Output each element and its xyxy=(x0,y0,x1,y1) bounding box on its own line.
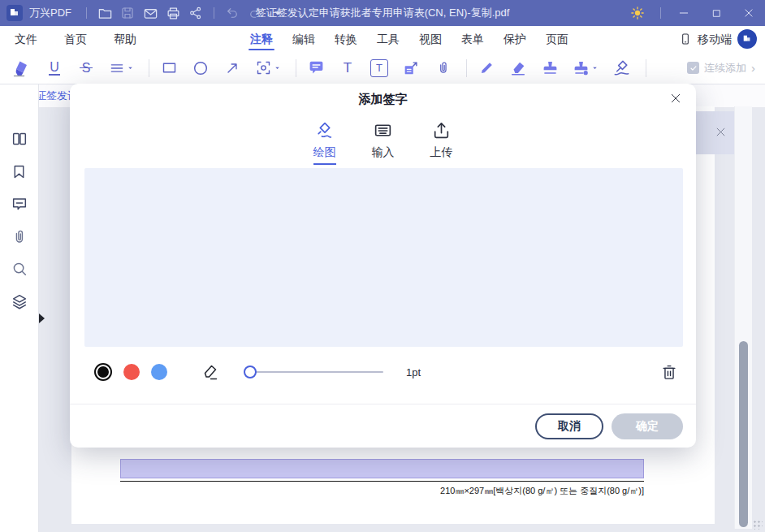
tab-protect[interactable]: 保护 xyxy=(504,26,526,52)
tab-upload-label: 上传 xyxy=(430,145,453,160)
toolbar-divider xyxy=(296,59,296,77)
titlebar-divider xyxy=(660,7,661,19)
resize-grip[interactable] xyxy=(753,520,763,530)
document-title: 签证签发认定申请获批者专用申请表(CN, EN)-复制.pdf xyxy=(256,0,510,26)
drawing-controls: 1pt xyxy=(96,358,679,386)
callout-tool-icon[interactable] xyxy=(400,56,422,80)
color-swatch-black[interactable] xyxy=(96,365,110,379)
continuous-add-label: 连续添加 xyxy=(704,61,746,76)
tab-comment[interactable]: 注释 xyxy=(250,26,273,52)
dialog-footer: 取消 确定 xyxy=(70,404,696,448)
tab-tools[interactable]: 工具 xyxy=(377,26,400,52)
tab-type[interactable]: 输入 xyxy=(372,119,395,160)
search-panel-icon[interactable] xyxy=(11,260,28,278)
app-logo-icon xyxy=(6,5,23,21)
pencil-tool-icon[interactable] xyxy=(475,56,498,80)
titlebar-divider xyxy=(86,7,87,19)
tab-view[interactable]: 视图 xyxy=(419,26,442,52)
underline-glyph: U xyxy=(49,60,60,76)
minimize-button[interactable] xyxy=(668,0,700,26)
account-avatar[interactable] xyxy=(737,29,757,49)
form-rule xyxy=(120,481,644,482)
custom-stamp-tool-icon[interactable] xyxy=(570,56,601,80)
textbox-glyph: T xyxy=(370,59,388,77)
line-style-tool-icon[interactable] xyxy=(106,56,136,80)
signature-tool-icon[interactable] xyxy=(610,56,633,80)
title-bar: 万兴PDF 签证签发认定申请获批者专用申请表(CN, EN)-复制.pdf xyxy=(0,0,765,26)
confirm-button[interactable]: 确定 xyxy=(612,413,683,439)
snapshot-tool-icon[interactable] xyxy=(253,56,283,80)
tab-page[interactable]: 页面 xyxy=(546,26,568,52)
bookmarks-panel-icon[interactable] xyxy=(11,162,28,180)
menu-home[interactable]: 首页 xyxy=(64,26,87,52)
add-signature-dialog: 添加签字 绘图 输入 上传 xyxy=(70,84,696,448)
tab-convert[interactable]: 转换 xyxy=(335,26,357,52)
attachments-panel-icon[interactable] xyxy=(11,227,28,245)
color-swatch-red[interactable] xyxy=(123,364,140,380)
toolbar-divider xyxy=(646,59,646,77)
banner-close-icon[interactable] xyxy=(711,123,729,141)
type-signature-icon xyxy=(373,119,394,141)
dialog-close-icon[interactable] xyxy=(667,89,685,107)
tab-type-label: 输入 xyxy=(372,145,395,160)
share-icon[interactable] xyxy=(184,3,207,23)
sticky-note-tool-icon[interactable] xyxy=(305,56,327,80)
tab-draw-label: 绘图 xyxy=(313,145,336,165)
maximize-button[interactable] xyxy=(700,0,733,26)
save-icon[interactable] xyxy=(116,3,139,23)
open-file-icon[interactable] xyxy=(93,3,116,23)
menu-bar: 文件 首页 帮助 注释 编辑 转换 工具 视图 表单 保护 页面 移动端 xyxy=(0,26,765,52)
rectangle-tool-icon[interactable] xyxy=(158,56,180,80)
sidebar-expand-handle[interactable] xyxy=(39,314,45,323)
color-swatch-blue[interactable] xyxy=(151,364,167,380)
thumbnails-panel-icon[interactable] xyxy=(11,130,28,148)
undo-icon[interactable] xyxy=(221,3,244,23)
strikethrough-tool[interactable]: S xyxy=(75,56,97,80)
tab-edit[interactable]: 编辑 xyxy=(292,26,315,52)
ellipse-tool-icon[interactable] xyxy=(189,56,212,80)
theme-toggle-icon[interactable] xyxy=(621,0,654,26)
tab-draw[interactable]: 绘图 xyxy=(313,119,336,160)
form-field-highlight[interactable] xyxy=(120,459,644,478)
underline-tool[interactable]: U xyxy=(43,56,66,80)
dialog-title: 添加签字 xyxy=(70,92,696,107)
clear-canvas-trash-icon[interactable] xyxy=(659,362,679,382)
continuous-add-toggle[interactable]: 连续添加 › xyxy=(687,61,755,76)
email-icon[interactable] xyxy=(139,3,162,23)
close-button[interactable] xyxy=(733,0,765,26)
toolbar-divider xyxy=(466,59,467,77)
titlebar-divider xyxy=(214,7,214,19)
layers-panel-icon[interactable] xyxy=(11,292,28,310)
eraser-tool-icon[interactable] xyxy=(507,56,529,80)
continuous-add-checkbox-icon xyxy=(687,62,699,74)
signature-drawing-canvas[interactable] xyxy=(84,168,683,347)
eraser-icon[interactable] xyxy=(200,361,221,383)
comments-panel-icon[interactable] xyxy=(11,195,28,213)
mobile-phone-icon xyxy=(679,31,692,47)
cancel-button[interactable]: 取消 xyxy=(535,413,603,439)
app-name: 万兴PDF xyxy=(29,6,71,20)
mobile-link[interactable]: 移动端 xyxy=(698,26,732,52)
highlight-tool-icon[interactable] xyxy=(10,56,34,80)
print-icon[interactable] xyxy=(162,3,184,23)
attachment-tool-icon[interactable] xyxy=(431,56,454,80)
navigation-sidebar xyxy=(0,84,39,532)
menu-file[interactable]: 文件 xyxy=(15,26,37,52)
continuous-add-arrow: › xyxy=(751,61,755,75)
signature-mode-tabs: 绘图 输入 上传 xyxy=(70,119,696,160)
stamp-tool-icon[interactable] xyxy=(538,56,561,80)
tab-form[interactable]: 表单 xyxy=(461,26,484,52)
paper-spec-note: 210㎜×297㎜[백상지(80 g/㎡) 또는 중질지(80 g/㎡)] xyxy=(120,485,644,497)
vertical-scrollbar-thumb[interactable] xyxy=(739,341,748,527)
menu-help[interactable]: 帮助 xyxy=(114,26,136,52)
slider-thumb[interactable] xyxy=(244,365,257,378)
strikethrough-glyph: S xyxy=(81,61,92,76)
textbox-tool[interactable]: T xyxy=(368,56,391,80)
stroke-width-slider[interactable] xyxy=(245,365,383,378)
arrow-tool-icon[interactable] xyxy=(221,56,244,80)
annotation-toolbar: U S T T xyxy=(0,52,765,84)
tab-upload[interactable]: 上传 xyxy=(430,119,453,160)
typewriter-tool[interactable]: T xyxy=(336,56,359,80)
slider-track[interactable] xyxy=(245,371,383,373)
toolbar-divider xyxy=(149,59,149,77)
